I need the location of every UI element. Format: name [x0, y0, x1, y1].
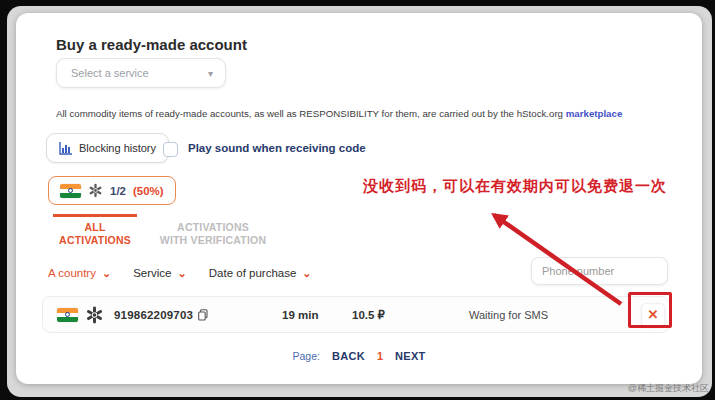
chevron-down-icon: ⌄ [178, 269, 187, 277]
buy-account-panel: Buy a ready-made account Select a servic… [16, 13, 702, 384]
india-flag-icon [57, 308, 78, 322]
disclaimer-text: All commodity items of ready-made accoun… [56, 108, 563, 119]
refund-annotation-text: 没收到码，可以在有效期内可以免费退一次 [363, 177, 667, 196]
tab-label: WITH VERIFICATION [157, 234, 269, 247]
pagination: Page: BACK 1 NEXT [292, 350, 425, 362]
activation-tabs: ALL ACTIVATIONS ACTIVATIONS WITH VERIFIC… [53, 214, 269, 247]
chevron-down-icon: ⌄ [302, 269, 311, 277]
openai-logo-icon [85, 305, 104, 324]
status-cell: Waiting for SMS [469, 309, 548, 321]
play-sound-label: Play sound when receiving code [188, 142, 366, 154]
chevron-down-icon: ⌄ [102, 269, 111, 277]
chakra-icon [68, 188, 73, 193]
bar-chart-icon [59, 142, 72, 155]
phone-number-value: 919862209703 [114, 309, 193, 321]
india-flag-icon [60, 184, 81, 198]
filter-service[interactable]: Service ⌄ [133, 267, 187, 279]
play-sound-checkbox[interactable] [163, 142, 178, 157]
chevron-down-icon: ▾ [208, 68, 213, 79]
tab-label: ACTIVATIONS [53, 234, 137, 247]
openai-logo-icon [88, 183, 103, 198]
phone-number-cell: 919862209703 [114, 309, 208, 321]
tab-label: ACTIVATIONS [157, 221, 269, 234]
price-cell: 10.5 ₽ [352, 308, 385, 322]
service-select[interactable]: Select a service ▾ [56, 58, 226, 88]
tab-label: ALL [53, 221, 137, 234]
counter-percent: (50%) [133, 185, 164, 197]
service-select-placeholder: Select a service [71, 67, 149, 79]
activation-counter-badge[interactable]: 1/2 (50%) [48, 176, 176, 205]
watermark: @稀土掘金技术社区 [628, 382, 709, 395]
counter-value: 1/2 [110, 185, 126, 197]
filter-label: Date of purchase [209, 267, 297, 279]
filter-date-of-purchase[interactable]: Date of purchase ⌄ [209, 267, 312, 279]
copy-icon[interactable] [198, 309, 208, 321]
next-button[interactable]: NEXT [395, 350, 426, 362]
activation-row: 919862209703 19 min 10.5 ₽ Waiting for S… [42, 296, 670, 333]
page-label: Page: [292, 350, 319, 362]
filter-label: Service [133, 267, 171, 279]
filter-label: A country [48, 267, 96, 279]
blocking-history-button[interactable]: Blocking history [46, 133, 169, 163]
tab-all-activations[interactable]: ALL ACTIVATIONS [53, 214, 137, 247]
chakra-icon [65, 312, 70, 317]
phone-number-input[interactable] [531, 257, 668, 285]
tab-activations-with-verification[interactable]: ACTIVATIONS WITH VERIFICATION [157, 214, 269, 247]
blocking-history-label: Blocking history [79, 142, 156, 154]
filter-bar: A country ⌄ Service ⌄ Date of purchase ⌄ [48, 267, 312, 279]
cancel-activation-button[interactable]: ✕ [641, 303, 665, 327]
close-icon: ✕ [648, 308, 659, 321]
marketplace-disclaimer: All commodity items of ready-made accoun… [56, 108, 622, 119]
current-page: 1 [377, 350, 383, 362]
time-left-cell: 19 min [282, 309, 318, 321]
marketplace-link[interactable]: marketplace [566, 108, 623, 119]
filter-country[interactable]: A country ⌄ [48, 267, 111, 279]
page-title: Buy a ready-made account [56, 36, 247, 53]
back-button[interactable]: BACK [332, 350, 365, 362]
